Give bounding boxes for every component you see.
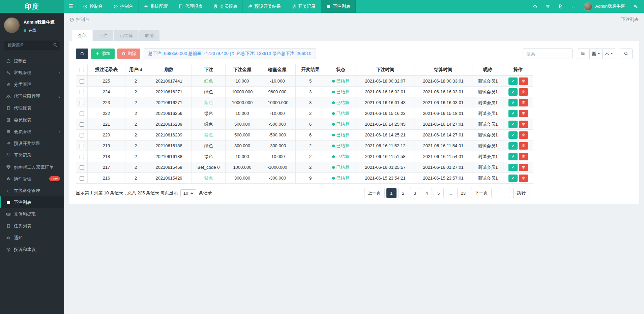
navbar-user-menu[interactable]: Admin我最牛逼 [584,2,625,11]
delete-row-button[interactable] [519,142,528,150]
topnav-item-3[interactable]: 系统配置 [138,0,173,13]
tab-4[interactable]: 取消 [139,30,159,41]
delete-row-button[interactable] [519,99,528,106]
expand-icon[interactable] [571,4,576,9]
delete-button[interactable]: 删除 [117,49,140,59]
breadcrumb-left[interactable]: 控制台 [76,17,89,23]
row-checkbox[interactable] [80,79,84,84]
edit-button[interactable] [508,121,518,128]
sidebar-item-7[interactable]: 会员管理‹ [0,126,64,137]
column-header[interactable]: 结算时间 [414,64,472,76]
log-icon[interactable] [558,4,563,9]
row-checkbox[interactable] [80,112,84,116]
page-button-23[interactable]: 23 [457,188,469,198]
column-header[interactable]: 期数 [146,64,192,76]
column-header[interactable]: 开奖结果 [296,64,325,76]
next-page-button[interactable]: 下一页 [471,188,492,198]
sidebar-item-5[interactable]: 代理报表 [0,102,64,114]
row-checkbox[interactable] [80,155,84,159]
detail-view-button[interactable] [577,49,590,59]
sidebar-item-1[interactable]: 控制台 [0,55,64,67]
topnav-item-7[interactable]: 开奖记录 [286,0,321,13]
row-checkbox[interactable] [80,122,84,127]
tab-1[interactable]: 全部 [72,30,92,41]
edit-button[interactable] [508,88,518,96]
sidebar-item-14[interactable]: 充值和提现 [0,208,64,220]
row-checkbox[interactable] [80,165,84,170]
column-header[interactable]: 用户id [125,64,146,76]
add-button[interactable]: 添加 [91,49,115,59]
delete-row-button[interactable] [519,131,528,139]
menu-search-input[interactable] [4,40,60,50]
edit-button[interactable] [508,142,518,150]
column-header[interactable]: 投注记录表 [88,64,125,76]
row-checkbox[interactable] [80,176,84,181]
jump-page-input[interactable] [497,188,510,198]
tab-2[interactable]: 下注 [93,30,113,41]
page-size-dropdown[interactable]: 10 [180,189,196,197]
delete-row-button[interactable] [519,153,528,160]
sidebar-item-13[interactable]: 下注列表 [0,196,64,208]
delete-row-button[interactable] [519,164,528,171]
brand-logo[interactable]: 印度 [0,0,64,13]
edit-button[interactable] [508,110,518,117]
page-button-5[interactable]: 5 [434,188,444,198]
column-header[interactable]: 下注 [192,64,226,76]
topnav-item-6[interactable]: 预设开奖结果 [242,0,286,13]
edit-button[interactable] [508,131,518,139]
column-header[interactable]: 状态 [325,64,356,76]
page-button-1[interactable]: 1 [386,188,397,198]
row-checkbox[interactable] [80,90,84,94]
delete-row-button[interactable] [519,175,528,182]
delete-row-button[interactable] [519,121,528,128]
edit-button[interactable] [508,77,518,85]
sidebar-item-17[interactable]: 投诉和建议 [0,244,64,255]
columns-button[interactable] [590,49,603,59]
refresh-button[interactable] [76,49,88,59]
sidebar-item-3[interactable]: 分类管理 [0,78,64,90]
sidebar-item-10[interactable]: game6三方充值订单 [0,161,64,173]
topnav-item-8[interactable]: 下注列表 [321,0,356,13]
sidebar-item-16[interactable]: 通知 [0,232,64,244]
sidebar-item-12[interactable]: 在线命令管理 [0,185,64,196]
sidebar-item-15[interactable]: 任务列表 [0,220,64,232]
sidebar-item-8[interactable]: 预设开奖结果 [0,137,64,149]
select-all-checkbox[interactable] [80,68,84,72]
page-button-4[interactable]: 4 [422,188,432,198]
prev-page-button[interactable]: 上一页 [364,188,385,198]
topnav-item-2[interactable]: 控制台 [108,0,138,13]
row-checkbox[interactable] [80,133,84,137]
column-header[interactable]: 操作 [503,64,533,76]
hamburger-menu-icon[interactable]: ☰ [64,0,78,13]
page-button-2[interactable]: 2 [398,188,408,198]
delete-row-button[interactable] [519,110,528,117]
sidebar-item-2[interactable]: 常规管理‹ [0,67,64,78]
gears-icon[interactable] [633,4,638,9]
sidebar-item-11[interactable]: 插件管理new [0,173,64,185]
trash-icon[interactable] [546,4,550,9]
jump-button[interactable]: 跳转 [513,188,529,198]
edit-button[interactable] [508,164,518,171]
table-search-input[interactable] [523,49,573,59]
edit-button[interactable] [508,175,518,182]
page-button-3[interactable]: 3 [410,188,420,198]
edit-button[interactable] [508,153,518,160]
delete-row-button[interactable] [519,88,528,96]
edit-button[interactable] [508,99,518,106]
export-button[interactable] [603,49,615,59]
sidebar-item-6[interactable]: 会员报表 [0,114,64,126]
delete-row-button[interactable] [519,77,528,85]
sidebar-item-4[interactable]: 代理权限管理‹ [0,90,64,102]
column-header[interactable]: 下注时间 [356,64,414,76]
home-icon[interactable] [533,4,537,9]
row-checkbox[interactable] [80,101,84,105]
topnav-item-1[interactable]: 控制台 [78,0,108,13]
column-header[interactable]: 下注金额 [226,64,259,76]
tab-3[interactable]: 已结算 [114,30,139,41]
topnav-item-4[interactable]: 代理报表 [173,0,208,13]
topnav-item-5[interactable]: 会员报表 [208,0,242,13]
row-checkbox[interactable] [80,144,84,148]
column-header[interactable]: 昵称 [472,64,503,76]
column-header[interactable]: 输赢金额 [259,64,296,76]
sidebar-item-9[interactable]: 开奖记录 [0,149,64,161]
